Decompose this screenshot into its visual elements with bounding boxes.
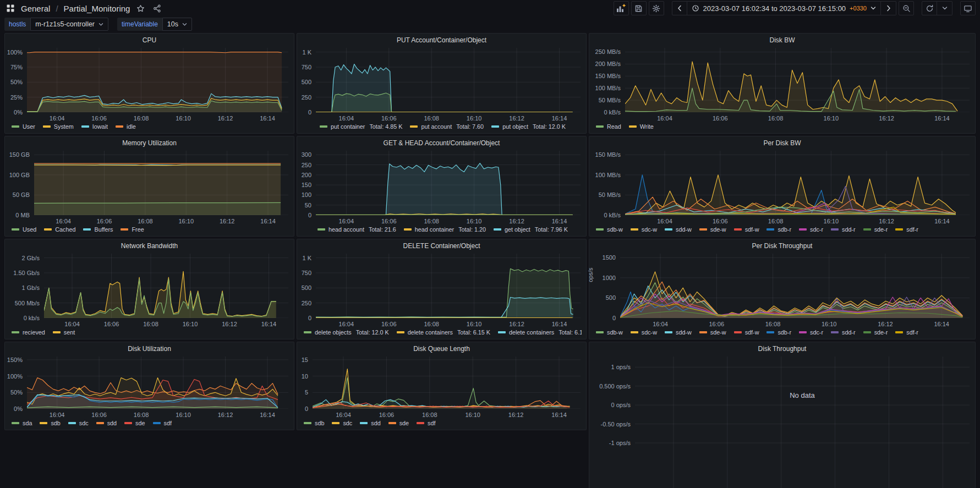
legend-item-sdb[interactable]: sdb xyxy=(304,420,324,426)
legend-item-Read[interactable]: Read xyxy=(596,123,621,130)
legend-item-sdc[interactable]: sdc xyxy=(332,420,352,426)
plot-area[interactable] xyxy=(27,357,288,409)
legend-item-sdd[interactable]: sdd xyxy=(360,420,380,426)
legend-item-sdc-w[interactable]: sdc-w xyxy=(631,329,657,336)
panel-title[interactable]: Network Bandwidth xyxy=(5,239,294,253)
star-icon[interactable] xyxy=(134,2,146,14)
plot-area[interactable] xyxy=(316,151,581,215)
legend-item-head-container[interactable]: head containerTotal: 1.20 xyxy=(404,226,486,233)
legend-item-sdb-w[interactable]: sdb-w xyxy=(596,329,623,336)
legend-item-Buffers[interactable]: Buffers xyxy=(83,226,113,233)
legend-item-sdf-r[interactable]: sdf-r xyxy=(895,329,918,336)
legend-item-get-object[interactable]: get objectTotal: 7.96 K xyxy=(494,226,568,233)
plot-area[interactable] xyxy=(313,357,581,409)
time-range-picker[interactable]: 2023-03-07 16:02:34 to 2023-03-07 16:15:… xyxy=(687,1,881,15)
panel-title[interactable]: DELETE Container/Object xyxy=(297,239,586,253)
x-axis: 16:0416:0616:0816:1016:1216:14 xyxy=(625,216,970,225)
legend-item-sde-w[interactable]: sde-w xyxy=(699,329,726,336)
legend-item-sde-w[interactable]: sde-w xyxy=(699,226,726,233)
variable-hostls: hostls m-r1z1s5-controller xyxy=(4,18,108,31)
legend-item-sdb[interactable]: sdb xyxy=(40,420,60,426)
legend-item-delete-containers[interactable]: delete containersTotal: 6.15 K xyxy=(397,329,490,336)
legend-series-color-swatch xyxy=(153,422,161,424)
zoom-out-time-button[interactable] xyxy=(899,1,914,15)
legend-item-sdc[interactable]: sdc xyxy=(68,420,89,426)
panel-title[interactable]: Per Disk BW xyxy=(589,136,975,150)
legend-item-sdf-w[interactable]: sdf-w xyxy=(734,226,759,233)
tv-mode-button[interactable] xyxy=(960,1,976,15)
plot-area[interactable] xyxy=(27,48,288,112)
legend-item-Used[interactable]: Used xyxy=(12,226,36,233)
breadcrumb-section[interactable]: General xyxy=(21,4,50,13)
legend-item-sde-r[interactable]: sde-r xyxy=(863,329,888,336)
legend-item-sdf[interactable]: sdf xyxy=(417,420,435,426)
legend-item-sdd-w[interactable]: sdd-w xyxy=(665,226,692,233)
variable-hostls-value-dropdown[interactable]: m-r1z1s5-controller xyxy=(30,18,108,31)
legend-item-sent[interactable]: sent xyxy=(53,329,75,336)
add-panel-button[interactable] xyxy=(614,1,629,15)
legend-item-sdc-w[interactable]: sdc-w xyxy=(631,226,657,233)
legend-item-sdb-r[interactable]: sdb-r xyxy=(767,226,791,233)
legend-item-sdb-w[interactable]: sdb-w xyxy=(596,226,623,233)
x-axis: 16:0416:0616:0816:1016:1216:14 xyxy=(44,319,288,328)
legend-item-Free[interactable]: Free xyxy=(121,226,144,233)
legend-item-Write[interactable]: Write xyxy=(629,123,654,130)
legend-item-put-account[interactable]: put accountTotal: 7.60 xyxy=(410,123,484,130)
legend-series-label: sdd-r xyxy=(842,226,856,233)
variable-timevariable-value-dropdown[interactable]: 10s xyxy=(162,18,192,31)
dashboard-settings-icon[interactable] xyxy=(649,1,664,15)
time-shift-forward-button[interactable] xyxy=(881,1,896,15)
panel-title[interactable]: Disk Throughput xyxy=(589,342,975,355)
panel-title[interactable]: Disk Utilization xyxy=(5,342,294,355)
legend-item-idle[interactable]: idle xyxy=(116,123,136,130)
panel-title[interactable]: PUT Account/Container/Object xyxy=(297,34,586,47)
legend-item-System[interactable]: System xyxy=(43,123,74,130)
legend-item-head-account[interactable]: head accountTotal: 21.6 xyxy=(317,226,396,233)
legend-item-sdd-r[interactable]: sdd-r xyxy=(831,226,856,233)
panel-title[interactable]: CPU xyxy=(5,34,294,47)
panel-title[interactable]: GET & HEAD Account/Container/Object xyxy=(297,136,586,150)
legend-item-sdd-w[interactable]: sdd-w xyxy=(665,329,692,336)
panel-title[interactable]: Memory Utilization xyxy=(5,136,294,150)
legend-item-sdd-r[interactable]: sdd-r xyxy=(831,329,856,336)
legend-item-Cached[interactable]: Cached xyxy=(44,226,75,233)
share-icon[interactable] xyxy=(151,2,163,14)
plot-area[interactable] xyxy=(44,254,288,318)
legend-item-sdd[interactable]: sdd xyxy=(96,420,117,426)
plot-area[interactable] xyxy=(620,254,970,318)
legend-item-sde[interactable]: sde xyxy=(388,420,409,426)
x-tick-label: 16:08 xyxy=(422,412,437,418)
legend-item-delete-containers[interactable]: delete containersTotal: 6.15 K xyxy=(498,329,582,336)
time-shift-back-button[interactable] xyxy=(672,1,687,15)
panel-title[interactable]: Per Disk Throughput xyxy=(589,239,975,253)
refresh-interval-dropdown[interactable] xyxy=(937,1,952,15)
legend-item-User[interactable]: User xyxy=(12,123,35,130)
legend-item-sdc-r[interactable]: sdc-r xyxy=(799,329,823,336)
legend-item-recieved[interactable]: recieved xyxy=(12,329,45,336)
panel-title[interactable]: Disk BW xyxy=(589,34,975,47)
legend-item-sdf-r[interactable]: sdf-r xyxy=(895,226,918,233)
y-tick-label: 500 xyxy=(302,79,311,85)
legend-item-sdc-r[interactable]: sdc-r xyxy=(799,226,823,233)
legend-item-put-container[interactable]: put containerTotal: 4.85 K xyxy=(320,123,402,130)
legend-item-sde-r[interactable]: sde-r xyxy=(863,226,888,233)
legend-item-sdf[interactable]: sdf xyxy=(153,420,172,426)
plot-area[interactable] xyxy=(625,48,970,112)
legend-item-Iowait[interactable]: Iowait xyxy=(81,123,108,130)
refresh-dashboard-button[interactable] xyxy=(922,1,937,15)
plot-area[interactable] xyxy=(34,151,288,215)
plot-area[interactable]: No data xyxy=(635,357,970,488)
legend-item-put-object[interactable]: put objectTotal: 12.0 K xyxy=(491,123,566,130)
plot-area[interactable] xyxy=(316,254,581,318)
panel-title[interactable]: Disk Queue Length xyxy=(297,342,586,355)
legend-item-delete-objects[interactable]: delete objectsTotal: 12.0 K xyxy=(304,329,389,336)
plot-area[interactable] xyxy=(316,48,581,112)
save-dashboard-button[interactable] xyxy=(631,1,647,15)
plot-area[interactable] xyxy=(625,151,970,215)
legend-item-sde[interactable]: sde xyxy=(124,420,145,426)
legend-item-sdb-r[interactable]: sdb-r xyxy=(767,329,791,336)
apps-grid-icon[interactable] xyxy=(4,2,17,14)
legend-item-sda[interactable]: sda xyxy=(12,420,32,426)
legend-item-sdf-w[interactable]: sdf-w xyxy=(734,329,759,336)
legend-series-color-swatch xyxy=(410,125,418,128)
